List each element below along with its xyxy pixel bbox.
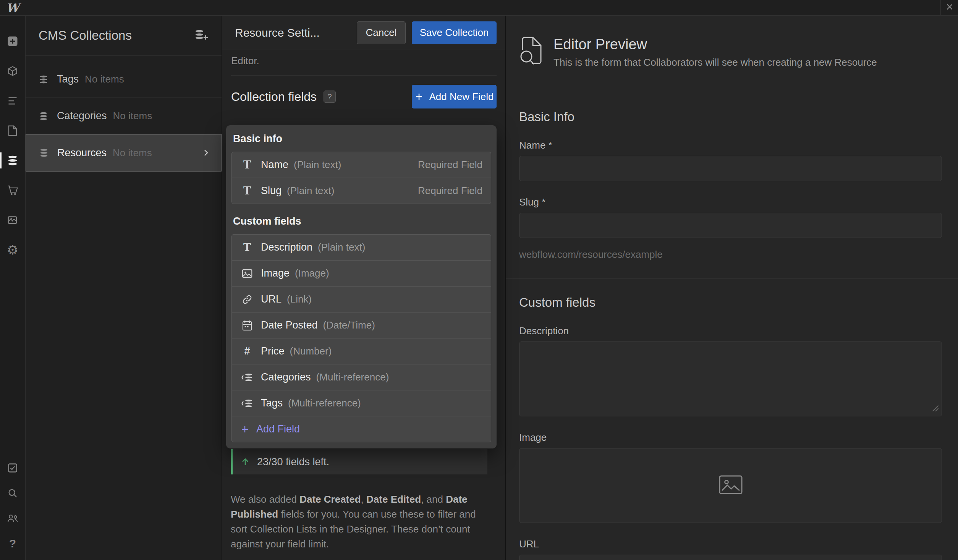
search-icon[interactable] <box>0 481 26 506</box>
field-name: URL <box>261 293 282 305</box>
panel-title: CMS Collections <box>39 28 132 43</box>
tasks-icon[interactable] <box>0 455 26 481</box>
close-button[interactable] <box>940 0 958 15</box>
editor-preview-panel: Editor Preview This is the form that Col… <box>505 16 958 560</box>
scrolled-text: Editor. <box>231 55 497 67</box>
field-name: Description <box>261 241 312 253</box>
ecommerce-icon[interactable] <box>0 175 26 205</box>
number-field-icon: # <box>240 345 254 357</box>
basic-info-section-title: Basic Info <box>519 110 942 124</box>
field-row-image[interactable]: Image (Image) <box>231 260 491 286</box>
add-new-field-button[interactable]: Add New Field <box>412 85 497 108</box>
field-name: Name <box>261 159 288 171</box>
chevron-right-icon <box>201 148 210 157</box>
text-field-icon: T <box>240 185 254 197</box>
field-name: Categories <box>261 371 311 383</box>
document-search-icon <box>519 36 543 67</box>
collection-item-resources[interactable]: Resources No items <box>26 134 222 172</box>
help-icon[interactable]: ? <box>0 531 26 556</box>
editor-preview-title: Editor Preview <box>553 36 877 53</box>
collection-icon <box>39 111 49 121</box>
field-type: (Plain text) <box>287 185 334 197</box>
text-field-icon: T <box>240 159 254 171</box>
collection-icon <box>39 148 49 158</box>
add-elements-icon[interactable] <box>0 26 26 56</box>
resize-grip-icon[interactable] <box>932 405 939 413</box>
url-input[interactable] <box>519 555 942 560</box>
custom-fields-group-label: Custom fields <box>233 215 491 227</box>
field-row-name[interactable]: T Name (Plain text) Required Field <box>231 152 491 178</box>
slug-label: Slug * <box>519 196 942 208</box>
arrow-up-icon <box>240 457 250 467</box>
field-type: (Multi-reference) <box>288 397 361 409</box>
field-name: Tags <box>261 397 283 409</box>
field-row-url[interactable]: URL (Link) <box>231 286 491 312</box>
cms-collections-header: CMS Collections <box>26 16 222 56</box>
components-icon[interactable] <box>0 56 26 86</box>
collection-meta: No items <box>113 110 152 122</box>
field-name: Date Posted <box>261 319 318 331</box>
description-textarea[interactable] <box>519 342 942 416</box>
help-badge[interactable]: ? <box>324 91 336 103</box>
webflow-logo-glyph: W <box>6 1 19 15</box>
webflow-logo[interactable]: W <box>0 0 25 15</box>
help-glyph: ? <box>9 537 16 550</box>
save-collection-button[interactable]: Save Collection <box>412 21 497 44</box>
name-input[interactable] <box>519 156 942 181</box>
collection-meta: No items <box>85 73 124 85</box>
add-field-label: Add Field <box>256 423 300 435</box>
name-label: Name * <box>519 139 942 151</box>
left-toolbar-bottom: ? <box>0 455 26 560</box>
cms-icon[interactable] <box>0 146 26 175</box>
collection-icon <box>39 74 49 84</box>
field-name: Image <box>261 267 290 279</box>
divider <box>506 278 958 278</box>
assets-icon[interactable] <box>0 205 26 235</box>
settings-icon[interactable]: ⚙ <box>0 235 26 265</box>
collection-item-tags[interactable]: Tags No items <box>26 61 222 98</box>
slug-url-hint: webflow.com/resources/example <box>519 249 942 261</box>
cancel-button[interactable]: Cancel <box>357 21 406 44</box>
field-type: (Link) <box>287 293 312 305</box>
divider <box>231 75 497 76</box>
field-row-description[interactable]: T Description (Plain text) <box>231 234 491 261</box>
add-field-row[interactable]: Add Field <box>231 416 491 442</box>
description-label: Description <box>519 325 942 337</box>
cms-collections-panel: CMS Collections Tags No items Categories <box>26 16 222 560</box>
add-collection-button[interactable] <box>194 29 209 42</box>
fields-left-text: 23/30 fields left. <box>257 456 329 468</box>
required-field-badge: Required Field <box>418 159 482 171</box>
field-type: (Multi-reference) <box>316 371 389 383</box>
collections-list: Tags No items Categories No items Resour… <box>26 56 222 172</box>
link-field-icon <box>240 294 254 305</box>
field-row-price[interactable]: # Price (Number) <box>231 338 491 364</box>
users-icon[interactable] <box>0 506 26 531</box>
webflow-designer: W ⚙ <box>0 0 958 560</box>
image-dropzone[interactable] <box>519 448 942 523</box>
field-row-categories[interactable]: Categories (Multi-reference) <box>231 364 491 390</box>
multi-reference-field-icon <box>240 372 254 382</box>
gear-glyph: ⚙ <box>7 243 18 256</box>
collection-label: Tags <box>57 73 79 85</box>
add-new-field-label: Add New Field <box>429 91 494 103</box>
helper-note: We also added Date Created, Date Edited,… <box>231 492 487 552</box>
close-icon <box>945 3 954 13</box>
editor-preview-subtitle: This is the form that Collaborators will… <box>553 57 877 68</box>
field-name: Slug <box>261 185 282 197</box>
collection-meta: No items <box>113 147 152 159</box>
field-row-tags[interactable]: Tags (Multi-reference) <box>231 390 491 416</box>
collection-fields-card: Basic info T Name (Plain text) Required … <box>226 125 497 448</box>
collection-fields-title: Collection fields <box>231 90 317 104</box>
collection-item-categories[interactable]: Categories No items <box>26 98 222 134</box>
field-type: (Plain text) <box>318 241 365 253</box>
top-bar: W <box>0 0 958 16</box>
collection-label: Categories <box>57 110 107 122</box>
field-name: Price <box>261 345 285 357</box>
navigator-icon[interactable] <box>0 86 26 116</box>
field-row-slug[interactable]: T Slug (Plain text) Required Field <box>231 178 491 204</box>
multi-reference-field-icon <box>240 398 254 408</box>
slug-input[interactable] <box>519 213 942 238</box>
pages-icon[interactable] <box>0 116 26 146</box>
field-row-date-posted[interactable]: Date Posted (Date/Time) <box>231 312 491 338</box>
editor-preview-titles: Editor Preview This is the form that Col… <box>553 36 877 68</box>
